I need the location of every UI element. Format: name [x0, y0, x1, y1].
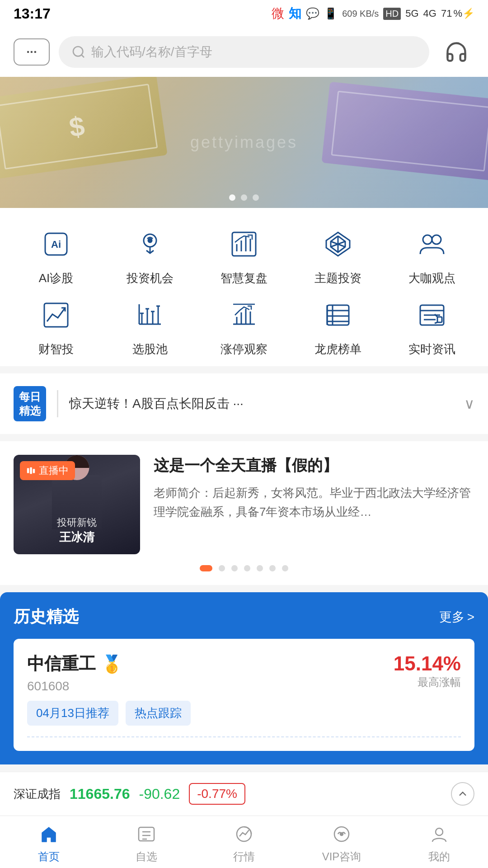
daily-selection[interactable]: 每日 精选 惊天逆转！A股百点长阳反击 ··· ∨: [0, 373, 488, 434]
banner-dot-3[interactable]: [253, 194, 259, 201]
svg-line-46: [435, 322, 437, 323]
live-title: 这是一个全天直播【假的】: [154, 455, 474, 476]
svg-point-56: [340, 833, 343, 835]
daily-badge-line1: 每日: [19, 390, 41, 404]
quick-item-expert-view[interactable]: 大咖观点: [385, 224, 479, 286]
svg-rect-44: [437, 317, 442, 322]
vip-icon: [330, 822, 353, 846]
live-dot-3[interactable]: [231, 565, 238, 571]
message-icon: ···: [26, 45, 37, 59]
live-dot-4[interactable]: [244, 565, 250, 571]
svg-point-15: [423, 235, 432, 244]
svg-rect-47: [27, 468, 29, 473]
history-tag-date: 04月13日推荐: [27, 701, 118, 726]
live-presenter-info: 投研新锐 王冰清: [14, 516, 140, 545]
nav-label-profile: 我的: [428, 849, 450, 864]
live-content: 这是一个全天直播【假的】 老师简介：后起新秀，女将风范。毕业于西北政法大学经济管…: [154, 455, 474, 554]
history-header: 历史精选 更多 >: [14, 606, 474, 628]
search-bar[interactable]: 输入代码/名称/首字母: [59, 36, 429, 68]
expert-view-icon: [412, 224, 452, 264]
watchlist-icon: [135, 822, 158, 846]
live-dot-5[interactable]: [257, 565, 263, 571]
status-time: 13:17: [14, 5, 51, 22]
nav-item-vip[interactable]: VIP咨询: [293, 822, 390, 864]
banner-watermark: gettyimages: [190, 133, 298, 152]
history-stock-code: 601608: [27, 679, 122, 693]
svg-point-16: [432, 235, 441, 244]
nav-item-home[interactable]: 首页: [0, 822, 98, 864]
history-card-divider: [27, 736, 461, 737]
quick-item-live-news[interactable]: 实时资讯: [385, 295, 479, 357]
signal-5g: 5G: [405, 8, 418, 19]
live-card: 直播中 投研新锐 王冰清 这是一个全天直播【假的】 老师简介：后起新秀，女将风范…: [0, 441, 488, 585]
profile-icon: [427, 822, 451, 846]
ai-diagnosis-icon: Ai: [36, 224, 76, 264]
quick-item-ai-diagnosis[interactable]: Ai AI诊股: [9, 224, 103, 286]
weibo-icon: 微: [272, 5, 284, 22]
stock-pool-label: 选股池: [132, 341, 168, 357]
signal-4g: 4G: [423, 8, 436, 19]
network-speed: 609 KB/s: [342, 9, 379, 19]
nav-item-profile[interactable]: 我的: [390, 822, 488, 864]
live-news-label: 实时资讯: [408, 341, 455, 357]
market-status-bar: 深证成指 11665.76 -90.62 -0.77%: [0, 772, 488, 816]
live-card-inner: 直播中 投研新锐 王冰清 这是一个全天直播【假的】 老师简介：后起新秀，女将风范…: [14, 455, 474, 554]
svg-rect-48: [30, 467, 32, 474]
daily-chevron-icon: ∨: [464, 395, 474, 412]
header: ··· 输入代码/名称/首字母: [0, 27, 488, 77]
quick-item-smart-invest[interactable]: 财智投: [9, 295, 103, 357]
quick-item-leaderboard[interactable]: 龙虎榜单: [291, 295, 385, 357]
market-icon: [232, 822, 256, 846]
history-stock-info: 中信重工 🥇 601608: [27, 652, 122, 693]
history-more-button[interactable]: 更多 >: [439, 609, 474, 626]
banner-dot-2[interactable]: [241, 194, 247, 201]
history-stock-return: 15.14% 最高涨幅: [394, 652, 461, 689]
quick-item-invest-opportunity[interactable]: 投资机会: [103, 224, 197, 286]
history-tag-type: 热点跟踪: [126, 701, 191, 726]
app-icon: 📱: [324, 7, 338, 20]
quick-item-theme-invest[interactable]: 主题投资: [291, 224, 385, 286]
live-badge: 直播中: [20, 461, 75, 480]
history-return-pct: 15.14%: [394, 652, 461, 675]
banner[interactable]: $ gettyimages: [0, 77, 488, 208]
history-picks: 历史精选 更多 > 中信重工 🥇 601608 15.14% 最高涨幅 04月1…: [0, 592, 488, 764]
live-dot-1[interactable]: [200, 565, 212, 571]
live-thumbnail[interactable]: 直播中 投研新锐 王冰清: [14, 455, 140, 554]
theme-invest-icon: [318, 224, 358, 264]
market-index-name: 深证成指: [14, 786, 61, 802]
nav-label-watchlist: 自选: [136, 849, 157, 864]
history-card-top: 中信重工 🥇 601608 15.14% 最高涨幅: [27, 652, 461, 693]
svg-line-1: [81, 55, 84, 57]
quick-item-smart-review[interactable]: 智慧复盘: [197, 224, 291, 286]
banner-dot-1[interactable]: [229, 194, 235, 201]
nav-item-market[interactable]: 行情: [195, 822, 293, 864]
leaderboard-label: 龙虎榜单: [314, 341, 361, 357]
live-badge-text: 直播中: [39, 464, 69, 477]
quick-item-stock-pool[interactable]: 选股池: [103, 295, 197, 357]
svg-rect-17: [44, 303, 68, 327]
history-more-icon: >: [467, 610, 474, 624]
message-button[interactable]: ···: [14, 38, 50, 66]
bottom-nav: 首页 自选 行情: [0, 816, 488, 868]
history-title: 历史精选: [14, 606, 79, 628]
service-button[interactable]: [438, 38, 474, 66]
nav-item-watchlist[interactable]: 自选: [98, 822, 195, 864]
invest-opportunity-icon: [130, 224, 170, 264]
live-dot-7[interactable]: [282, 565, 288, 571]
limit-up-label: 涨停观察: [221, 341, 267, 357]
live-dot-6[interactable]: [269, 565, 276, 571]
leaderboard-icon: [318, 295, 358, 335]
history-return-label: 最高涨幅: [394, 675, 461, 689]
smart-invest-label: 财智投: [38, 341, 74, 357]
hd-icon: HD: [383, 8, 401, 20]
live-dot-2[interactable]: [219, 565, 225, 571]
svg-point-5: [148, 239, 152, 242]
history-tags: 04月13日推荐 热点跟踪: [27, 701, 461, 726]
home-icon: [37, 822, 61, 846]
market-index-pct: -0.77%: [189, 783, 245, 805]
market-expand-button[interactable]: [451, 782, 474, 806]
live-presenter-role: 投研新锐: [14, 516, 140, 529]
quick-item-limit-up[interactable]: 涨停观察: [197, 295, 291, 357]
daily-badge: 每日 精选: [14, 386, 46, 421]
history-card[interactable]: 中信重工 🥇 601608 15.14% 最高涨幅 04月13日推荐 热点跟踪: [14, 639, 474, 751]
